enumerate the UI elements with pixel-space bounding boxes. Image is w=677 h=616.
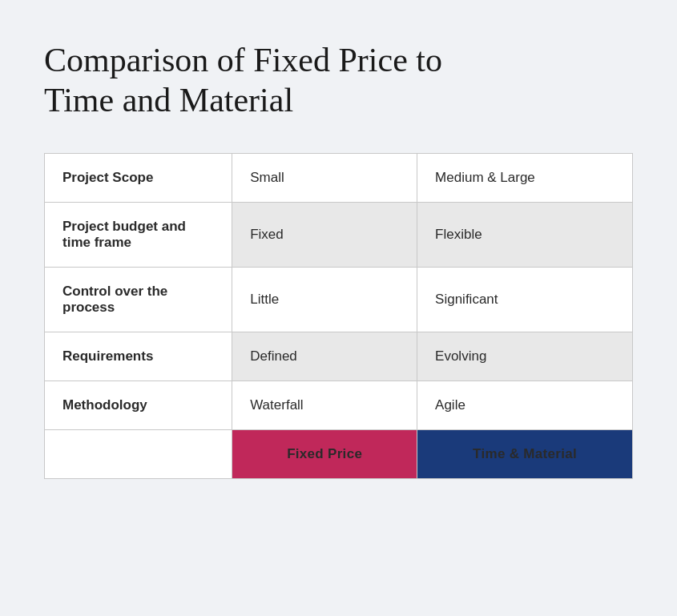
table-row: Project budget and time frameFixedFlexib…	[45, 202, 633, 267]
row-label: Project budget and time frame	[45, 202, 232, 267]
fixed-price-cell: Little	[232, 267, 417, 332]
row-label: Project Scope	[45, 153, 232, 202]
table-footer-row: Fixed PriceTime & Material	[45, 429, 633, 478]
comparison-table: Project ScopeSmallMedium & LargeProject …	[44, 153, 633, 479]
row-label: Requirements	[45, 332, 232, 380]
table-row: RequirementsDefinedEvolving	[45, 332, 633, 380]
fixed-price-cell: Defined	[232, 332, 417, 380]
fixed-price-cell: Waterfall	[232, 380, 417, 429]
fixed-price-cell: Small	[232, 153, 417, 202]
footer-empty-cell	[45, 429, 232, 478]
time-material-cell: Significant	[417, 267, 633, 332]
row-label: Control over the process	[45, 267, 232, 332]
row-label: Methodology	[45, 380, 232, 429]
time-material-cell: Agile	[417, 380, 633, 429]
time-material-cell: Flexible	[417, 202, 633, 267]
page-container: Comparison of Fixed Price to Time and Ma…	[0, 0, 677, 616]
table-row: MethodologyWaterfallAgile	[45, 380, 633, 429]
page-title: Comparison of Fixed Price to Time and Ma…	[44, 40, 633, 121]
footer-fixed-price: Fixed Price	[232, 429, 417, 478]
fixed-price-cell: Fixed	[232, 202, 417, 267]
time-material-cell: Evolving	[417, 332, 633, 380]
footer-time-material: Time & Material	[417, 429, 633, 478]
table-row: Control over the processLittleSignifican…	[45, 267, 633, 332]
table-row: Project ScopeSmallMedium & Large	[45, 153, 633, 202]
time-material-cell: Medium & Large	[417, 153, 633, 202]
